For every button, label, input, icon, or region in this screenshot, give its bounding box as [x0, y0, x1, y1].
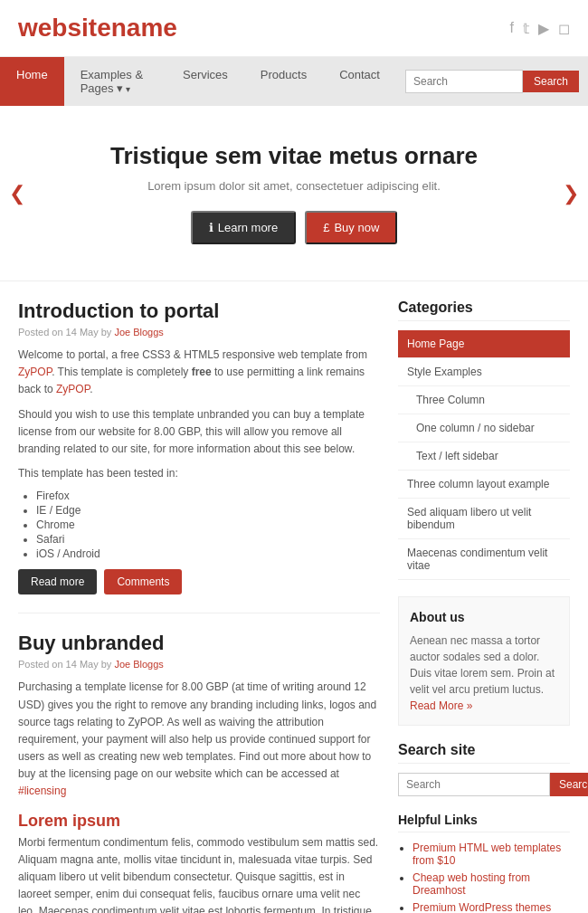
sidebar-search-input[interactable] — [398, 773, 550, 796]
navbar: Home Examples & Pages ▾ Services Product… — [0, 57, 588, 106]
read-more-button-1[interactable]: Read more — [18, 569, 97, 594]
pound-icon: £ — [323, 221, 329, 234]
instagram-icon[interactable]: ◻ — [558, 20, 570, 37]
cat-three-column[interactable]: Three Column — [398, 386, 570, 414]
article-1: Introduction to portal Posted on 14 May … — [18, 300, 380, 613]
logo-text: website — [18, 14, 111, 42]
list-item: iOS / Android — [36, 547, 380, 560]
helpful-links-list: Premium HTML web templates from $10 Chea… — [413, 842, 570, 913]
article-2-subheading: Lorem ipsum — [18, 812, 380, 831]
hero-title: Tristique sem vitae metus ornare — [18, 142, 570, 170]
zypop-link-2[interactable]: ZyPOP — [56, 383, 90, 395]
article-1-meta: Posted on 14 May by Joe Bloggs — [18, 327, 380, 338]
social-icons: f 𝕥 ▶ ◻ — [510, 20, 570, 37]
categories-section: Categories Home Page Style Examples Thre… — [398, 300, 570, 580]
helpful-links-section: Helpful Links Premium HTML web templates… — [398, 813, 570, 913]
article-1-title: Introduction to portal — [18, 300, 380, 323]
sidebar: Categories Home Page Style Examples Thre… — [398, 300, 570, 913]
content-area: Introduction to portal Posted on 14 May … — [18, 300, 380, 913]
search-section: Search site Search — [398, 742, 570, 796]
article-1-para-1: Welcome to portal, a free CSS3 & HTML5 r… — [18, 347, 380, 399]
sidebar-search-box: Search — [398, 773, 570, 796]
comments-button-1[interactable]: Comments — [104, 569, 182, 594]
nav-search-button[interactable]: Search — [523, 71, 579, 92]
about-text: Aenean nec massa a tortor auctor sodales… — [410, 634, 555, 696]
youtube-icon[interactable]: ▶ — [538, 20, 549, 37]
zypop-link-1[interactable]: ZyPOP — [18, 366, 52, 378]
article-2: Buy unbranded Posted on 14 May by Joe Bl… — [18, 632, 380, 913]
list-item: Safari — [36, 533, 380, 546]
nav-item-contact[interactable]: Contact — [323, 57, 396, 106]
list-item: Firefox — [36, 490, 380, 502]
nav-items: Home Examples & Pages ▾ Services Product… — [0, 57, 396, 106]
licensing-link[interactable]: #licensing — [18, 785, 66, 797]
article-1-buttons: Read more Comments — [18, 569, 380, 594]
article-1-para-2: Should you wish to use this template unb… — [18, 406, 380, 459]
cat-one-column[interactable]: One column / no sidebar — [398, 414, 570, 442]
hero-buttons: ℹ Learn more £ Buy now — [18, 211, 570, 244]
article-1-para-3: This template has been tested in: — [18, 465, 380, 482]
cat-home-page[interactable]: Home Page — [398, 330, 570, 358]
helpful-link-item: Premium WordPress themes — [413, 901, 570, 913]
helpful-link-3[interactable]: Premium WordPress themes — [413, 901, 551, 913]
main-layout: Introduction to portal Posted on 14 May … — [0, 281, 588, 913]
list-item: Chrome — [36, 518, 380, 531]
nav-search-input[interactable] — [405, 70, 523, 93]
cat-three-column-layout[interactable]: Three column layout example — [398, 471, 570, 499]
header: websitename f 𝕥 ▶ ◻ — [0, 0, 588, 57]
about-section: About us Aenean nec massa a tortor aucto… — [398, 596, 570, 726]
article-1-list: Firefox IE / Edge Chrome Safari iOS / An… — [36, 490, 380, 560]
hero-prev-arrow[interactable]: ❮ — [9, 182, 25, 205]
hero-subtitle: Lorem ipsum dolor sit amet, consectetuer… — [18, 179, 570, 193]
nav-item-services[interactable]: Services — [166, 57, 244, 106]
list-item: IE / Edge — [36, 504, 380, 517]
helpful-link-item: Premium HTML web templates from $10 — [413, 842, 570, 867]
info-icon: ℹ — [209, 221, 213, 234]
nav-item-home[interactable]: Home — [0, 57, 64, 106]
logo: websitename — [18, 14, 177, 43]
buy-now-button[interactable]: £ Buy now — [305, 211, 397, 244]
sidebar-search-button[interactable]: Search — [550, 773, 588, 796]
about-title: About us — [410, 608, 558, 627]
cat-style-examples[interactable]: Style Examples — [398, 358, 570, 386]
cat-sed-aliquam[interactable]: Sed aliquam libero ut velit bibendum — [398, 499, 570, 539]
helpful-link-2[interactable]: Cheap web hosting from Dreamhost — [413, 871, 530, 897]
hero-section: ❮ Tristique sem vitae metus ornare Lorem… — [0, 106, 588, 281]
article-2-meta: Posted on 14 May by Joe Bloggs — [18, 659, 380, 670]
hero-next-arrow[interactable]: ❯ — [563, 182, 579, 205]
nav-item-products[interactable]: Products — [244, 57, 323, 106]
search-title: Search site — [398, 742, 570, 764]
cat-maecenas[interactable]: Maecenas condimentum velit vitae — [398, 539, 570, 580]
article-2-title: Buy unbranded — [18, 632, 380, 655]
nav-item-examples[interactable]: Examples & Pages ▾ — [64, 57, 166, 106]
article-2-author[interactable]: Joe Bloggs — [114, 659, 163, 670]
learn-more-button[interactable]: ℹ Learn more — [191, 211, 296, 244]
article-2-sub-para: Morbi fermentum condimentum felis, commo… — [18, 834, 380, 913]
nav-search: Search — [396, 64, 588, 99]
facebook-icon[interactable]: f — [510, 20, 514, 37]
categories-title: Categories — [398, 300, 570, 321]
article-2-para-1: Purchasing a template license for 8.00 G… — [18, 679, 380, 800]
article-1-author[interactable]: Joe Bloggs — [114, 327, 163, 338]
helpful-links-title: Helpful Links — [398, 813, 570, 832]
logo-accent: name — [111, 14, 177, 42]
helpful-link-1[interactable]: Premium HTML web templates from $10 — [413, 842, 561, 867]
helpful-link-item: Cheap web hosting from Dreamhost — [413, 871, 570, 897]
about-read-more[interactable]: Read More » — [410, 699, 472, 712]
cat-text-left[interactable]: Text / left sidebar — [398, 442, 570, 471]
twitter-icon[interactable]: 𝕥 — [523, 20, 529, 37]
